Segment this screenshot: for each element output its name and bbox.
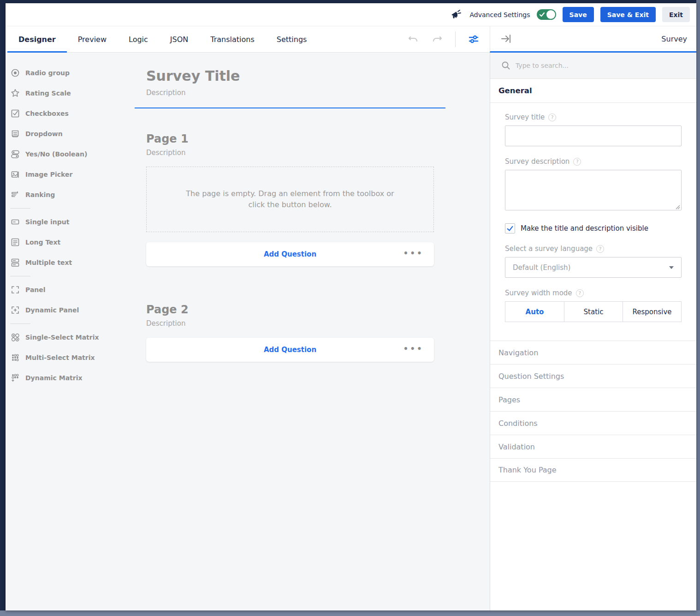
empty-page-dropzone[interactable]: The page is empty. Drag an element from …: [146, 167, 434, 232]
help-icon[interactable]: ?: [573, 158, 581, 166]
survey-title-field-label: Survey title: [505, 113, 545, 121]
tab-json[interactable]: JSON: [159, 26, 199, 52]
undo-icon[interactable]: [407, 34, 419, 45]
background-window-bottom-strip: [0, 610, 700, 616]
advanced-settings-toggle[interactable]: [537, 9, 556, 20]
toolbox-item-multi-select-matrix[interactable]: Multi-Select Matrix: [6, 347, 135, 368]
width-mode-responsive[interactable]: Responsive: [623, 302, 681, 322]
language-select[interactable]: Default (English): [505, 257, 682, 278]
language-field-label: Select a survey language: [505, 245, 593, 253]
panel-icon: [10, 285, 20, 295]
side-panel-header: Survey: [490, 26, 696, 53]
redo-icon[interactable]: [431, 34, 443, 45]
top-bar: Advanced Settings Save Save & Exit Exit: [6, 3, 696, 26]
language-select-value: Default (English): [513, 263, 570, 272]
toggle-knob: [546, 10, 555, 19]
survey-title-input[interactable]: [505, 126, 682, 146]
toolbox-item-image-picker[interactable]: Image Picker: [6, 164, 135, 185]
toolbox-item-single-select-matrix[interactable]: Single-Select Matrix: [6, 327, 135, 347]
section-validation[interactable]: Validation: [490, 435, 696, 458]
tabs-area: Designer Preview Logic JSON Translations…: [6, 26, 490, 53]
single-select-matrix-icon: [10, 332, 20, 342]
page-description[interactable]: Description: [146, 319, 434, 328]
tab-logic[interactable]: Logic: [118, 26, 159, 52]
save-and-exit-button[interactable]: Save & Exit: [600, 7, 656, 22]
add-question-button[interactable]: Add Question: [264, 346, 316, 354]
width-mode-static[interactable]: Static: [564, 302, 623, 322]
width-mode-segmented-control: Auto Static Responsive: [505, 301, 682, 322]
toolbox-item-panel[interactable]: Panel: [6, 280, 135, 300]
background-window-right-strip: [696, 0, 700, 616]
toolbox-item-rating-scale[interactable]: Rating Scale: [6, 83, 135, 103]
question-type-menu-icon[interactable]: •••: [403, 344, 424, 353]
add-question-card: Add Question •••: [146, 338, 434, 362]
tab-translations[interactable]: Translations: [199, 26, 266, 52]
width-mode-auto[interactable]: Auto: [505, 302, 564, 322]
toggle-check-icon: [539, 11, 546, 18]
background-window-top-strip: [0, 0, 700, 3]
property-search-band: [490, 53, 696, 79]
help-icon[interactable]: ?: [596, 245, 604, 253]
tab-preview[interactable]: Preview: [67, 26, 118, 52]
tab-settings[interactable]: Settings: [266, 26, 318, 52]
survey-description-textarea[interactable]: [505, 170, 682, 210]
survey-creator-window: Advanced Settings Save Save & Exit Exit …: [6, 3, 696, 610]
page-block-1: Page 1 Description The page is empty. Dr…: [135, 132, 445, 266]
section-pages[interactable]: Pages: [490, 388, 696, 411]
save-button[interactable]: Save: [563, 7, 594, 22]
long-text-icon: [10, 237, 20, 247]
toolbox-item-dynamic-matrix[interactable]: Dynamic Matrix: [6, 368, 135, 388]
exit-button[interactable]: Exit: [662, 7, 690, 22]
toolbox-item-radio-group[interactable]: Radio group: [6, 63, 135, 83]
property-search-input[interactable]: [516, 62, 654, 69]
toolbox-separator: [10, 276, 30, 276]
imagepicker-icon: [10, 169, 20, 179]
property-panel: General Survey title ? Survey descriptio…: [490, 53, 696, 610]
toolbox: Radio group Rating Scale Checkboxes: [6, 53, 135, 610]
toolbox-item-yes-no-boolean[interactable]: Yes/No (Boolean): [6, 144, 135, 164]
general-section-body: Survey title ? Survey description ?: [490, 103, 696, 341]
tab-designer[interactable]: Designer: [7, 26, 67, 52]
main-content: Radio group Rating Scale Checkboxes: [6, 53, 696, 610]
toolbox-item-dynamic-panel[interactable]: Dynamic Panel: [6, 300, 135, 320]
toolbox-item-dropdown[interactable]: Dropdown: [6, 124, 135, 144]
toolbox-item-single-input[interactable]: Single input: [6, 212, 135, 232]
page-title[interactable]: Page 1: [146, 132, 434, 145]
multi-select-matrix-icon: [10, 353, 20, 363]
resize-grip-icon[interactable]: [675, 204, 680, 209]
section-question-settings[interactable]: Question Settings: [490, 364, 696, 388]
background-window-left-strip: [0, 0, 6, 610]
help-icon[interactable]: ?: [548, 114, 556, 121]
section-general[interactable]: General: [490, 79, 696, 103]
help-icon[interactable]: ?: [576, 289, 584, 297]
check-icon: [506, 224, 514, 233]
section-conditions[interactable]: Conditions: [490, 411, 696, 435]
multiple-text-icon: [10, 257, 20, 268]
page-title[interactable]: Page 2: [146, 303, 434, 316]
survey-title[interactable]: Survey Title: [146, 68, 434, 84]
toolbox-item-long-text[interactable]: Long Text: [6, 232, 135, 252]
survey-description[interactable]: Description: [146, 89, 434, 97]
view-settings-sliders-icon[interactable]: [468, 33, 480, 45]
ranking-icon: [10, 190, 20, 200]
question-type-menu-icon[interactable]: •••: [403, 249, 424, 258]
dynamic-panel-icon: [10, 305, 20, 315]
page-block-2: Page 2 Description Add Question •••: [135, 303, 445, 362]
toolbox-item-checkboxes[interactable]: Checkboxes: [6, 103, 135, 124]
survey-header-divider: [135, 108, 445, 108]
title-visibility-checkbox-row[interactable]: Make the title and description visible: [505, 223, 682, 233]
search-icon: [501, 61, 510, 70]
radiogroup-icon: [10, 68, 20, 78]
dropdown-icon: [10, 129, 20, 139]
checkbox-checked[interactable]: [505, 223, 515, 233]
section-thank-you-page[interactable]: Thank You Page: [490, 458, 696, 482]
toolbox-separator: [10, 323, 30, 324]
add-question-button[interactable]: Add Question: [264, 250, 316, 258]
toolbox-item-ranking[interactable]: Ranking: [6, 185, 135, 205]
section-navigation[interactable]: Navigation: [490, 341, 696, 364]
single-input-icon: [10, 217, 20, 227]
page-description[interactable]: Description: [146, 149, 434, 157]
toolbox-item-multiple-text[interactable]: Multiple text: [6, 252, 135, 273]
collapse-panel-icon[interactable]: [500, 34, 512, 44]
tab-row: Designer Preview Logic JSON Translations…: [6, 26, 696, 53]
